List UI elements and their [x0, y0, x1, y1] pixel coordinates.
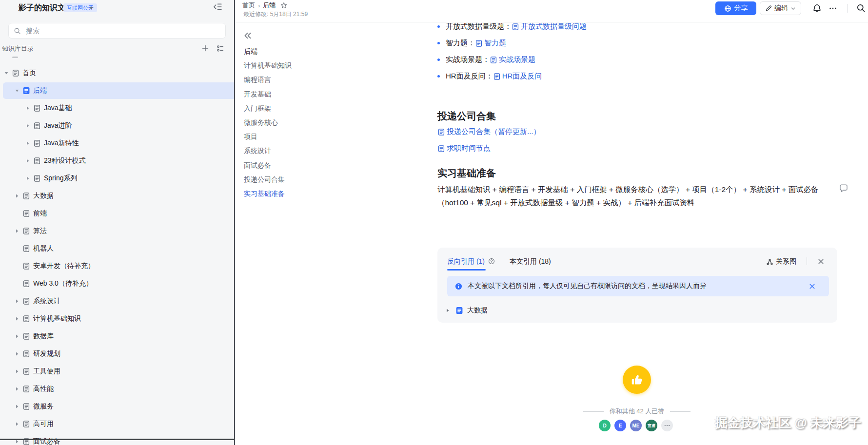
sidebar-item-数据库[interactable]: 数据库	[3, 328, 234, 345]
tree-caret-icon[interactable]	[25, 158, 30, 163]
notice-close-icon[interactable]	[809, 283, 816, 290]
avatar[interactable]: ME	[630, 420, 642, 431]
toc-item-微服务核心[interactable]: 微服务核心	[244, 118, 278, 128]
sidebar-item-系统设计[interactable]: 系统设计	[3, 293, 234, 310]
global-search-icon[interactable]	[856, 3, 866, 13]
tab-back-references[interactable]: 反向引用 (1)	[447, 257, 485, 266]
tree-caret-icon[interactable]	[15, 369, 20, 374]
doc-link[interactable]: HR面及反问	[493, 72, 542, 81]
sidebar-item-23种设计模式[interactable]: 23种设计模式	[3, 153, 234, 169]
sidebar-item-label: 首页	[22, 69, 36, 77]
sidebar-item-工具使用[interactable]: 工具使用	[3, 363, 234, 380]
sidebar-item-安卓开发（待补充）[interactable]: 安卓开发（待补充）	[3, 258, 234, 274]
tree-caret-icon[interactable]	[15, 88, 20, 93]
edit-button[interactable]: 编辑	[760, 1, 801, 15]
tree-caret-icon[interactable]	[15, 334, 20, 339]
doc-link-icon	[437, 128, 445, 136]
avatar[interactable]: 宣睿	[646, 420, 657, 431]
tree-caret-icon[interactable]	[15, 316, 20, 321]
sidebar-item-机器人[interactable]: 机器人	[3, 240, 234, 257]
tree-caret-icon[interactable]	[4, 71, 9, 76]
doc-link[interactable]: 智力题	[475, 39, 506, 48]
toc-item-面试必备[interactable]: 面试必备	[244, 161, 271, 171]
comment-bubble-icon[interactable]	[839, 184, 848, 193]
sidebar-item-首页[interactable]: 首页	[3, 65, 231, 81]
sidebar-item-计算机基础知识[interactable]: 计算机基础知识	[3, 310, 234, 327]
sidebar-item-算法[interactable]: 算法	[3, 223, 234, 239]
tree-caret-icon[interactable]	[15, 404, 20, 409]
tree-caret-icon[interactable]	[15, 387, 20, 391]
tree-caret-icon[interactable]	[15, 351, 20, 356]
doc-link[interactable]: 实战场景题	[490, 55, 535, 64]
relation-graph-button[interactable]: 关系图	[766, 257, 796, 266]
bullet-label: 开放式数据量级题：	[446, 22, 512, 31]
avatar[interactable]: D	[599, 420, 611, 431]
doc-link[interactable]: 投递公司合集（暂停更新...）	[437, 127, 541, 136]
like-button[interactable]	[623, 366, 651, 394]
search-box[interactable]	[8, 23, 226, 39]
sidebar-divider[interactable]	[234, 0, 235, 445]
workspace-dropdown-caret-icon[interactable]	[89, 6, 94, 11]
sidebar-item-前端[interactable]: 前端	[3, 205, 234, 222]
catalog-title: 知识库目录	[2, 44, 34, 53]
help-icon[interactable]	[488, 258, 495, 265]
sidebar-item-Java新特性[interactable]: Java新特性	[3, 135, 234, 152]
notifications-bell-icon[interactable]	[812, 3, 822, 13]
referencing-doc-row[interactable]: 大数据	[445, 303, 488, 318]
tree-caret-icon[interactable]	[15, 229, 20, 233]
doc-link-row: 求职时间节点	[437, 144, 491, 154]
tab-doc-references[interactable]: 本文引用 (18)	[510, 257, 551, 266]
doc-link-label: 求职时间节点	[447, 144, 491, 153]
toc-collapse-icon[interactable]	[243, 31, 252, 40]
sidebar-item-研发规划[interactable]: 研发规划	[3, 346, 234, 362]
sidebar-collapse-icon[interactable]	[213, 2, 222, 11]
sidebar-item-高性能[interactable]: 高性能	[3, 381, 234, 397]
add-page-icon[interactable]	[201, 44, 209, 52]
sidebar-item-后端[interactable]: 后端	[3, 82, 234, 99]
sidebar-item-label: 工具使用	[33, 367, 60, 376]
sidebar-item-Spring系列[interactable]: Spring系列	[3, 170, 234, 187]
toc-item-入门框架[interactable]: 入门框架	[244, 104, 271, 114]
toc-item-开发基础[interactable]: 开发基础	[244, 90, 271, 100]
toc-item-实习基础准备[interactable]: 实习基础准备	[244, 190, 285, 199]
sidebar-item-Java进阶[interactable]: Java进阶	[3, 117, 234, 134]
sidebar-item-高可用[interactable]: 高可用	[3, 416, 234, 432]
tree-caret-icon[interactable]	[25, 176, 30, 181]
toc-item-项目[interactable]: 项目	[244, 133, 257, 142]
search-input[interactable]	[25, 26, 220, 35]
sidebar-item-label: 机器人	[33, 244, 54, 253]
expand-caret-icon[interactable]	[445, 308, 450, 313]
sidebar-item-label: 算法	[33, 227, 47, 235]
toc-item-投递公司合集[interactable]: 投递公司合集	[244, 175, 285, 185]
doc-link[interactable]: 求职时间节点	[437, 144, 491, 153]
bullet-dot	[437, 75, 440, 77]
tree-caret-icon[interactable]	[25, 141, 30, 146]
display-options-icon[interactable]	[216, 44, 224, 53]
panel-close-icon[interactable]	[817, 258, 825, 265]
toc-item-后端[interactable]: 后端	[244, 47, 257, 57]
sidebar-item-Web 3.0（待补充）[interactable]: Web 3.0（待补充）	[3, 275, 234, 292]
toc-item-编程语言[interactable]: 编程语言	[244, 76, 271, 85]
sidebar-item-微服务[interactable]: 微服务	[3, 398, 234, 415]
sidebar-item-Java基础[interactable]: Java基础	[3, 100, 234, 116]
tree-caret-icon[interactable]	[15, 193, 20, 198]
paragraph-line: （hot100 + 常见sql + 开放式数据量级 + 智力题 + 实战） + …	[437, 197, 695, 208]
referencing-doc-label: 大数据	[467, 306, 488, 315]
share-button[interactable]: 分享	[715, 1, 756, 15]
tree-caret-icon[interactable]	[25, 123, 30, 128]
references-panel: 反向引用 (1) 本文引用 (18) 关系图 本文被以下文档所引用，每人仅可见自…	[437, 248, 837, 323]
tree-caret-icon[interactable]	[15, 422, 20, 426]
toc-item-系统设计[interactable]: 系统设计	[244, 147, 271, 156]
more-actions-icon[interactable]	[828, 4, 838, 13]
more-likers-button[interactable]	[661, 420, 673, 431]
tree-caret-icon[interactable]	[25, 106, 30, 111]
doc-link[interactable]: 开放式数据量级问题	[512, 22, 587, 31]
sidebar-item-大数据[interactable]: 大数据	[3, 188, 234, 204]
tree-caret-icon[interactable]	[15, 299, 20, 304]
notice-text: 本文被以下文档所引用，每人仅可见自己有权限访问的文档，呈现结果因人而异	[468, 282, 804, 290]
breadcrumb-home[interactable]: 首页	[242, 1, 255, 10]
avatar[interactable]: E	[614, 420, 626, 431]
favorite-star-icon[interactable]	[280, 2, 287, 9]
paragraph-line: 计算机基础知识 + 编程语言 + 开发基础 + 入门框架 + 微服务核心（选学）…	[437, 184, 819, 195]
toc-item-计算机基础知识[interactable]: 计算机基础知识	[244, 61, 292, 71]
